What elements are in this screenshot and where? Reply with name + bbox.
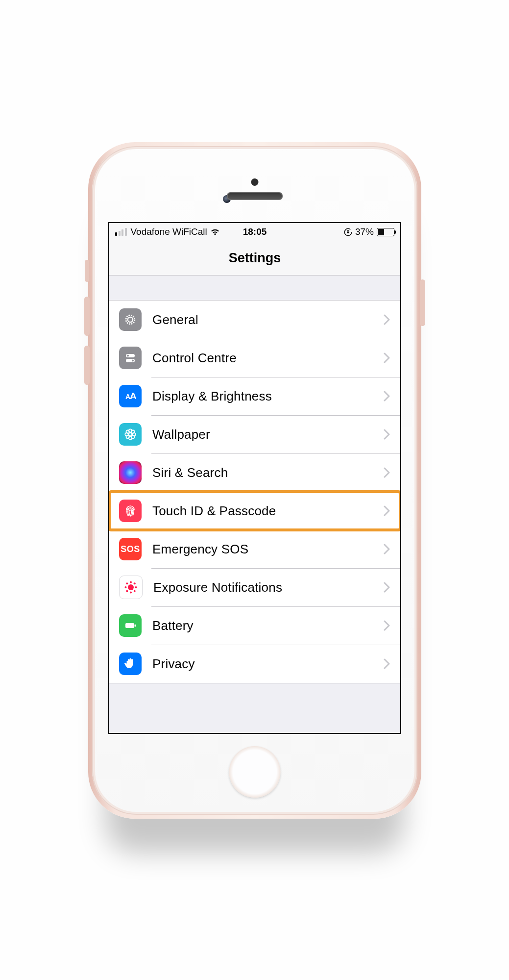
chevron-right-icon bbox=[384, 429, 390, 440]
sos-icon: SOS bbox=[119, 538, 142, 560]
chevron-right-icon bbox=[384, 544, 390, 554]
earpiece-speaker bbox=[227, 192, 283, 200]
chevron-right-icon bbox=[384, 467, 390, 478]
svg-point-25 bbox=[134, 582, 136, 584]
svg-point-5 bbox=[127, 355, 129, 357]
carrier-label: Vodafone WiFiCall bbox=[131, 226, 207, 237]
mute-switch bbox=[85, 260, 89, 282]
settings-row-exposure[interactable]: Exposure Notifications bbox=[109, 568, 400, 606]
svg-point-20 bbox=[130, 581, 132, 583]
row-label: General bbox=[152, 312, 198, 327]
svg-point-22 bbox=[125, 586, 127, 588]
svg-point-7 bbox=[132, 360, 134, 362]
proximity-sensor bbox=[251, 178, 259, 186]
screen: Vodafone WiFiCall 18:05 37% S bbox=[108, 222, 401, 734]
settings-list: General Control Centre bbox=[109, 300, 400, 683]
gear-icon bbox=[119, 308, 142, 331]
rotation-lock-icon bbox=[344, 228, 352, 236]
row-label: Privacy bbox=[152, 656, 195, 672]
svg-point-24 bbox=[126, 582, 128, 584]
svg-point-27 bbox=[134, 590, 136, 592]
cell-signal-icon bbox=[115, 228, 127, 236]
svg-point-3 bbox=[128, 317, 133, 322]
nav-bar: Settings bbox=[109, 241, 400, 276]
battery-row-icon bbox=[119, 614, 142, 637]
wifi-icon bbox=[210, 228, 220, 236]
hand-icon bbox=[119, 653, 142, 675]
text-size-icon: AA bbox=[119, 385, 142, 407]
row-label: Wallpaper bbox=[152, 427, 210, 442]
settings-row-battery[interactable]: Battery bbox=[109, 606, 400, 645]
row-label: Battery bbox=[152, 618, 194, 633]
svg-text:A: A bbox=[130, 391, 137, 401]
row-label: Control Centre bbox=[152, 351, 237, 366]
settings-row-siri[interactable]: Siri & Search bbox=[109, 453, 400, 492]
siri-icon bbox=[119, 461, 142, 484]
battery-icon bbox=[377, 228, 394, 236]
svg-point-21 bbox=[130, 592, 132, 594]
svg-point-26 bbox=[126, 590, 128, 592]
svg-point-10 bbox=[129, 433, 132, 436]
exposure-notification-icon bbox=[119, 576, 143, 599]
row-label: Siri & Search bbox=[152, 465, 228, 480]
chevron-right-icon bbox=[384, 582, 390, 593]
svg-point-23 bbox=[135, 586, 137, 588]
flower-icon bbox=[119, 423, 142, 446]
power-button bbox=[420, 279, 425, 326]
toggles-icon bbox=[119, 347, 142, 369]
svg-point-19 bbox=[128, 584, 134, 590]
settings-row-wallpaper[interactable]: Wallpaper bbox=[109, 415, 400, 453]
chevron-right-icon bbox=[384, 352, 390, 363]
svg-rect-28 bbox=[125, 623, 134, 628]
chevron-right-icon bbox=[384, 620, 390, 631]
settings-row-display[interactable]: AA Display & Brightness bbox=[109, 377, 400, 415]
settings-row-general[interactable]: General bbox=[109, 301, 400, 339]
clock: 18:05 bbox=[243, 226, 267, 237]
fingerprint-icon bbox=[119, 500, 142, 522]
settings-row-emergency-sos[interactable]: SOS Emergency SOS bbox=[109, 530, 400, 568]
chevron-right-icon bbox=[384, 314, 390, 325]
row-label: Display & Brightness bbox=[152, 389, 272, 404]
svg-rect-29 bbox=[135, 625, 136, 627]
volume-up-button bbox=[84, 297, 90, 336]
chevron-right-icon bbox=[384, 391, 390, 402]
row-label: Touch ID & Passcode bbox=[152, 503, 276, 519]
row-label: Emergency SOS bbox=[152, 542, 248, 557]
battery-percent: 37% bbox=[355, 226, 374, 237]
chevron-right-icon bbox=[384, 505, 390, 516]
settings-row-touch-id[interactable]: Touch ID & Passcode bbox=[109, 492, 400, 530]
home-button[interactable] bbox=[229, 746, 281, 798]
page-title: Settings bbox=[229, 251, 281, 266]
section-gap bbox=[109, 276, 400, 300]
svg-rect-1 bbox=[347, 231, 349, 233]
volume-down-button bbox=[84, 346, 90, 385]
settings-row-privacy[interactable]: Privacy bbox=[109, 645, 400, 683]
row-label: Exposure Notifications bbox=[153, 580, 282, 595]
chevron-right-icon bbox=[384, 658, 390, 669]
settings-row-control-centre[interactable]: Control Centre bbox=[109, 339, 400, 377]
iphone-frame: Vodafone WiFiCall 18:05 37% S bbox=[88, 142, 421, 819]
status-bar: Vodafone WiFiCall 18:05 37% bbox=[109, 223, 400, 241]
